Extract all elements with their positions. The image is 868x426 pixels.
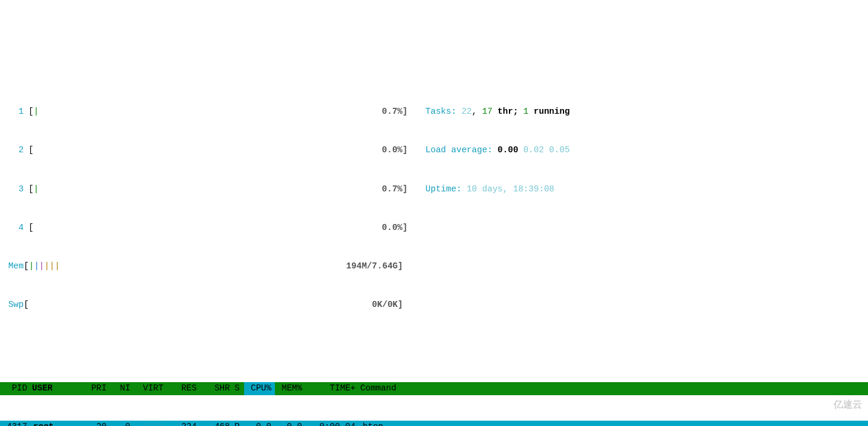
cpu-id: 3 [4, 183, 24, 196]
mem-meter: Mem [||||||194M/7.64G] [4, 260, 408, 273]
cell-shr: 1468 [200, 421, 233, 426]
process-list[interactable]: 4317root200119M22241468R0.00.00:00.04hto… [0, 421, 868, 426]
cpu-id: 4 [4, 222, 24, 235]
swp-meter: Swp [0K/0K] [4, 299, 408, 312]
col-shr[interactable]: SHR [200, 382, 233, 395]
cpu-id: 1 [4, 105, 24, 118]
cell-res: 2224 [167, 421, 200, 426]
cpu-meter-3: 3 [|0.7%] [4, 183, 408, 196]
watermark: 亿速云 [834, 398, 862, 412]
col-pri[interactable]: PRI [79, 382, 110, 395]
cell-time: 0:00.04 [306, 421, 359, 426]
mem-label: Mem [4, 260, 24, 273]
cpu-meter-2: 2 [0.0%] [4, 144, 408, 157]
col-ni[interactable]: NI [110, 382, 134, 395]
process-row[interactable]: 4317root200119M22241468R0.00.00:00.04hto… [0, 421, 868, 426]
col-s[interactable]: S [233, 382, 244, 395]
cell-ni: 0 [110, 421, 134, 426]
col-cmd[interactable]: Command [359, 382, 868, 395]
system-stats: Tasks: 22, 17 thr; 1 running Load averag… [425, 80, 570, 338]
process-table-header[interactable]: PID USER PRI NI VIRT RES SHR S CPU% MEM%… [0, 382, 868, 395]
cell-pri: 20 [79, 421, 110, 426]
load-line: Load average: 0.00 0.02 0.05 [425, 144, 570, 157]
htop-header: 1 [|0.7%] 2 [0.0%] 3 [|0.7%] 4 [0.0%] Me… [0, 52, 868, 356]
cpu-meters: 1 [|0.7%] 2 [0.0%] 3 [|0.7%] 4 [0.0%] Me… [4, 80, 408, 338]
swp-label: Swp [4, 299, 24, 312]
col-time[interactable]: TIME+ [306, 382, 359, 395]
cpu-meter-4: 4 [0.0%] [4, 222, 408, 235]
tasks-line: Tasks: 22, 17 thr; 1 running [425, 105, 570, 118]
cell-command: htop [359, 421, 868, 426]
col-pid[interactable]: PID [0, 382, 31, 395]
col-user[interactable]: USER [31, 382, 79, 395]
cell-state: R [233, 421, 244, 426]
cell-mem: 0.0 [275, 421, 306, 426]
col-res[interactable]: RES [167, 382, 200, 395]
cell-virt: 119M [134, 421, 167, 426]
cell-user: root [31, 421, 79, 426]
cpu-meter-1: 1 [|0.7%] [4, 105, 408, 118]
cell-cpu: 0.0 [244, 421, 275, 426]
col-mem[interactable]: MEM% [275, 382, 306, 395]
col-cpu[interactable]: CPU% [244, 382, 275, 395]
cpu-id: 2 [4, 144, 24, 157]
cell-pid: 4317 [0, 421, 31, 426]
col-virt[interactable]: VIRT [134, 382, 167, 395]
uptime-line: Uptime: 10 days, 18:39:08 [425, 183, 570, 196]
